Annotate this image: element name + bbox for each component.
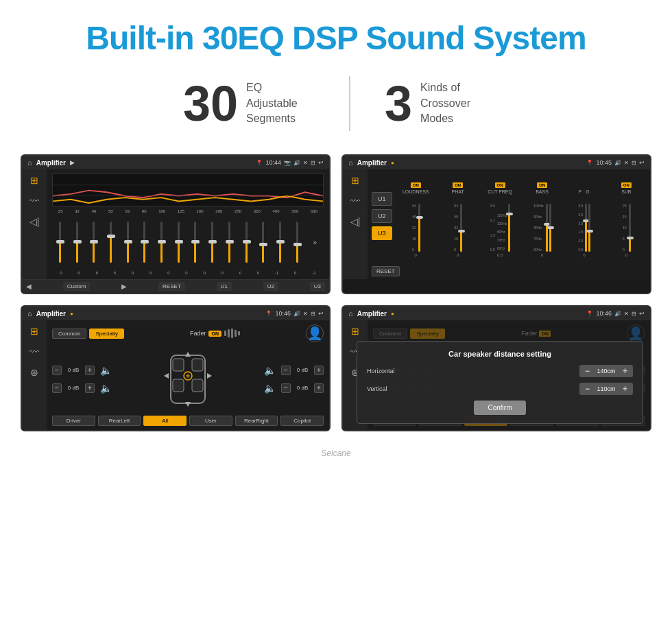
vol-rr-minus[interactable]: −: [281, 383, 291, 393]
user-btn[interactable]: User: [189, 416, 232, 426]
eq-u3-btn[interactable]: U3: [310, 282, 325, 291]
horizontal-plus[interactable]: +: [621, 366, 629, 376]
eq-prev-icon[interactable]: ◀: [26, 283, 32, 290]
window-icon[interactable]: ⊟: [311, 160, 315, 166]
dsp-chan-sub: ON SUB 20151050 0: [607, 182, 646, 257]
sidebar-wave-icon-bl[interactable]: 〰: [29, 346, 39, 357]
window-icon-tr[interactable]: ⊟: [632, 160, 636, 166]
vol-rr-plus[interactable]: +: [314, 383, 324, 393]
vol-fr-minus[interactable]: −: [281, 366, 291, 375]
sidebar-wave-icon-tr[interactable]: 〰: [350, 195, 360, 206]
close-icon-bl[interactable]: ✕: [303, 311, 308, 317]
sidebar-bt-icon-bl[interactable]: ⊛: [30, 367, 38, 378]
back-icon-bl[interactable]: ↩: [318, 310, 324, 317]
screen-tl-body: ⊞ 〰 ◁| 2532405063 80100: [22, 169, 329, 279]
window-icon-br[interactable]: ⊟: [632, 311, 636, 317]
screen-distance: ⌂ Amplifier ● 📍 10:46 🔊 ✕ ⊟ ↩ ⊞ 〰 ⊛: [341, 305, 651, 431]
eq-slider-8[interactable]: [178, 218, 180, 266]
eq-slider-15[interactable]: [296, 218, 298, 266]
confirm-button[interactable]: Confirm: [474, 401, 525, 415]
eq-slider-3[interactable]: [93, 218, 95, 266]
eq-slider-9[interactable]: [194, 218, 196, 266]
vol-rl-minus[interactable]: −: [52, 383, 62, 393]
rearleft-btn[interactable]: RearLeft: [98, 416, 141, 426]
horizontal-minus[interactable]: −: [584, 366, 591, 376]
sub-track[interactable]: [629, 204, 631, 252]
eq-slider-7[interactable]: [160, 218, 163, 266]
preset-u1-btn[interactable]: U1: [372, 192, 392, 206]
vol-rl-plus[interactable]: +: [85, 383, 95, 393]
eq-next-icon[interactable]: ▶: [121, 283, 127, 290]
vertical-plus[interactable]: +: [621, 384, 629, 394]
cutfreq-label: CUT FREQ: [488, 189, 512, 194]
location-icon-bl: 📍: [265, 311, 272, 317]
eq-slider-14[interactable]: [279, 218, 281, 266]
eq-u2-btn[interactable]: U2: [263, 282, 278, 291]
sidebar-wave-icon[interactable]: 〰: [29, 195, 39, 206]
dsp-channels: ON LOUDNESS 644832160: [396, 172, 646, 260]
dsp-reset-btn[interactable]: RESET: [372, 266, 400, 276]
close-icon-br[interactable]: ✕: [624, 311, 629, 317]
dsp-chan-phat: ON PHAT 644832160: [438, 182, 477, 257]
eq-slider-11[interactable]: [228, 218, 230, 266]
home-icon-br[interactable]: ⌂: [348, 309, 353, 318]
copilot-btn[interactable]: Copilot: [280, 416, 324, 426]
bass-track-f[interactable]: [549, 204, 551, 252]
volume-icon-tr[interactable]: 🔊: [614, 160, 621, 166]
volume-icon-bl[interactable]: 🔊: [293, 311, 300, 317]
volume-icon[interactable]: 🔊: [293, 160, 300, 166]
sidebar-eq-icon-tr[interactable]: ⊞: [351, 175, 359, 186]
eq-slider-5[interactable]: [127, 218, 129, 266]
all-btn[interactable]: All: [143, 416, 187, 426]
fg-track-g[interactable]: [588, 204, 590, 252]
user-icon[interactable]: 👤: [306, 324, 324, 342]
eq-slider-2[interactable]: [76, 218, 78, 266]
common-btn[interactable]: Common: [52, 329, 86, 339]
eq-slider-6[interactable]: [143, 218, 145, 266]
home-icon[interactable]: ⌂: [27, 158, 32, 167]
sidebar-eq-icon-bl[interactable]: ⊞: [30, 326, 38, 337]
phat-track[interactable]: [460, 204, 462, 252]
back-icon[interactable]: ↩: [318, 159, 324, 166]
eq-slider-10[interactable]: [211, 218, 213, 266]
speaker-layout: − 0 dB + 🔈 − 0 dB + 🔈: [52, 345, 324, 413]
eq-slider-12[interactable]: [245, 218, 248, 266]
back-icon-tr[interactable]: ↩: [639, 159, 645, 166]
loudness-side-labels: 644832160: [411, 204, 417, 252]
vol-fl-minus[interactable]: −: [52, 366, 62, 375]
window-icon-bl[interactable]: ⊟: [311, 311, 315, 317]
preset-u2-btn[interactable]: U2: [372, 209, 392, 223]
home-icon-tr[interactable]: ⌂: [348, 158, 353, 167]
home-icon-bl[interactable]: ⌂: [27, 309, 32, 318]
sub-val: 0: [625, 253, 627, 257]
eq-reset-btn[interactable]: RESET: [158, 282, 185, 291]
sidebar-eq-icon-br[interactable]: ⊞: [351, 326, 359, 337]
back-icon-br[interactable]: ↩: [639, 310, 645, 317]
svg-rect-6: [173, 379, 184, 392]
fg-track-f[interactable]: [585, 204, 587, 252]
rearright-btn[interactable]: RearRight: [235, 416, 278, 426]
car-diagram: [160, 348, 215, 410]
preset-u3-btn[interactable]: U3: [372, 226, 392, 240]
vertical-minus[interactable]: −: [584, 384, 591, 394]
eq-u1-btn[interactable]: U1: [217, 282, 232, 291]
driver-btn[interactable]: Driver: [52, 416, 95, 426]
close-icon-tr[interactable]: ✕: [624, 160, 629, 166]
sidebar-speaker-icon[interactable]: ◁|: [29, 216, 40, 227]
play-icon[interactable]: ▶: [70, 159, 75, 166]
sidebar-eq-icon[interactable]: ⊞: [30, 175, 38, 186]
volume-icon-br[interactable]: 🔊: [614, 311, 621, 317]
specialty-btn[interactable]: Specialty: [89, 329, 123, 339]
sidebar-spk-icon-tr[interactable]: ◁|: [350, 216, 361, 227]
close-icon[interactable]: ✕: [303, 160, 308, 166]
vol-fr-plus[interactable]: +: [314, 366, 324, 375]
eq-slider-13[interactable]: [262, 218, 264, 266]
vol-fl-plus[interactable]: +: [85, 366, 95, 375]
eq-more-icon[interactable]: »: [313, 239, 317, 246]
svg-rect-5: [192, 359, 203, 371]
eq-slider-1[interactable]: [59, 218, 61, 266]
eq-slider-4[interactable]: [110, 218, 112, 266]
loudness-track[interactable]: [418, 204, 420, 252]
cutfreq-track[interactable]: [508, 204, 510, 252]
svg-marker-13: [164, 373, 169, 379]
